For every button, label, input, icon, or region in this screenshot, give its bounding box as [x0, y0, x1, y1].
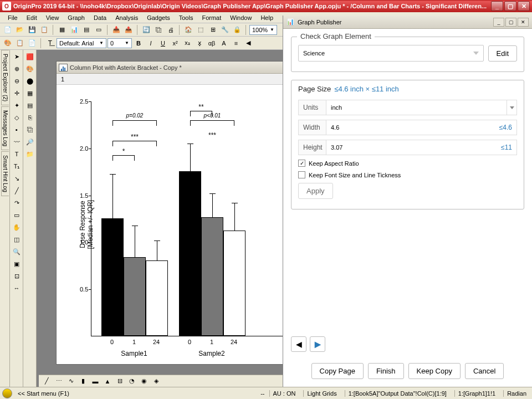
mask-icon[interactable]: ▪	[11, 124, 22, 135]
start-menu-hint[interactable]: << Start menu (F1)	[18, 390, 69, 397]
screen-reader-icon[interactable]: ✦	[11, 100, 22, 111]
pointer-icon[interactable]: ➤	[11, 51, 22, 62]
scale-out-icon[interactable]: ⊖	[11, 75, 22, 86]
scatter-plot-icon[interactable]: ⋯	[53, 376, 64, 387]
journal-select[interactable]: Science	[298, 45, 484, 62]
import-icon[interactable]: 📥	[111, 24, 122, 35]
folder-icon[interactable]: 📁	[24, 149, 35, 160]
print-icon[interactable]: 🖨	[165, 24, 176, 35]
gp-close-button[interactable]: ✕	[518, 18, 529, 27]
rescale-icon[interactable]: ↔︎	[11, 283, 22, 294]
superscript-icon[interactable]: x²	[170, 38, 181, 49]
menu-data[interactable]: Data	[89, 13, 111, 22]
bar-plot-icon[interactable]: ▬	[90, 376, 101, 387]
menu-help[interactable]: Help	[256, 13, 278, 22]
menu-edit[interactable]: Edit	[22, 13, 42, 22]
hand-tool-icon[interactable]: ✋	[11, 222, 22, 233]
pie-plot-icon[interactable]: ◔	[126, 376, 137, 387]
close-button[interactable]: ✕	[518, 1, 530, 11]
width-input[interactable]: 4.6≤4.6	[326, 120, 517, 135]
fontsize-combo[interactable]: 0▼	[108, 38, 132, 48]
underline-icon[interactable]: U	[157, 38, 168, 49]
text-tool-icon[interactable]: T	[11, 149, 22, 160]
bar[interactable]	[124, 257, 146, 336]
menu-view[interactable]: View	[42, 13, 64, 22]
tool-icon[interactable]: 🔧	[219, 24, 231, 35]
maximize-button[interactable]: ▢	[504, 1, 516, 11]
bar[interactable]	[179, 171, 201, 336]
add-column-icon[interactable]: ⊞	[207, 24, 218, 35]
align-left-icon[interactable]: ≡	[231, 38, 242, 49]
column-plot-icon[interactable]: ▮	[78, 376, 89, 387]
font-combo[interactable]: Default: Arial▼	[57, 38, 106, 48]
line-tool-icon[interactable]: ╱	[11, 185, 22, 196]
curved-arrow-icon[interactable]: ↷	[11, 197, 22, 208]
save-icon[interactable]: 💾	[27, 24, 38, 35]
menu-format[interactable]: Format	[197, 13, 226, 22]
finish-button[interactable]: Finish	[368, 363, 404, 379]
menu-file[interactable]: File	[3, 13, 22, 22]
new-layout-icon[interactable]: ▭	[93, 24, 104, 35]
new-graph-icon[interactable]: 📊	[69, 24, 80, 35]
edit-button[interactable]: Edit	[488, 45, 517, 62]
export-icon[interactable]: 📤	[123, 24, 134, 35]
units-caret[interactable]	[507, 100, 517, 115]
height-input[interactable]: 3.07≤11	[326, 140, 517, 155]
subscript-icon[interactable]: x₂	[182, 38, 193, 49]
home-icon[interactable]: 🏠	[183, 24, 194, 35]
line-plot-icon[interactable]: ╱	[41, 376, 52, 387]
project-explorer-tab[interactable]: Project Explorer (2)	[1, 50, 9, 105]
italic-icon[interactable]: I	[145, 38, 156, 49]
box-plot-icon[interactable]: ⊟	[114, 376, 125, 387]
data-selector-icon[interactable]: ◇	[11, 112, 22, 123]
dialog-theme-icon[interactable]: ⬚	[195, 24, 206, 35]
font-normal-icon[interactable]: A	[218, 38, 229, 49]
region-icon[interactable]: ◫	[11, 234, 22, 245]
new-worksheet-icon[interactable]: ▦	[57, 24, 68, 35]
menu-gadgets[interactable]: Gadgets	[142, 13, 175, 22]
color-dropper-icon[interactable]: 🟥	[24, 51, 35, 62]
zoom-tool-icon[interactable]: 🔍	[11, 246, 22, 257]
gp-maximize-button[interactable]: ▢	[505, 18, 516, 27]
gp-minimize-button[interactable]: _	[493, 18, 504, 27]
graph-publisher-title-bar[interactable]: 📊 Graph Publisher _ ▢ ✕	[283, 16, 532, 29]
line-scatter-icon[interactable]: ∿	[65, 376, 76, 387]
new-matrix-icon[interactable]: ▤	[81, 24, 92, 35]
units-select[interactable]: inch	[326, 100, 507, 115]
rectangle-icon[interactable]: ▭	[11, 209, 22, 221]
keep-copy-button[interactable]: Keep Copy	[408, 363, 461, 379]
bold-icon[interactable]: B	[133, 38, 144, 49]
draw-data-icon[interactable]: 〰	[11, 136, 22, 147]
menu-graph[interactable]: Graph	[63, 13, 89, 22]
arrow-tool-icon[interactable]: ↘	[11, 173, 22, 184]
duplicate-icon[interactable]: ⿻	[153, 24, 164, 35]
prev-button[interactable]: ◀	[291, 336, 306, 352]
find-icon[interactable]: 🔎	[24, 136, 35, 147]
area-plot-icon[interactable]: ▲	[102, 376, 113, 387]
menu-analysis[interactable]: Analysis	[111, 13, 142, 22]
next-button[interactable]: ▶	[310, 336, 325, 352]
smart-hint-tab[interactable]: Smart Hint Log	[1, 151, 9, 196]
bar[interactable]	[201, 217, 223, 336]
insert-object-icon[interactable]: ⊡	[11, 270, 22, 282]
greek-icon[interactable]: αβ	[206, 38, 217, 49]
zoom-combo[interactable]: 100%▼	[249, 25, 277, 35]
messages-log-tab[interactable]: Messages Log	[1, 106, 9, 150]
refresh-icon[interactable]: 🔄	[141, 24, 152, 35]
insert-graph-icon[interactable]: ▣	[11, 258, 22, 269]
copy-page-button[interactable]: Copy Page	[311, 363, 364, 379]
panel-icon[interactable]: ▤	[24, 100, 35, 111]
scale-in-icon[interactable]: ⊕	[11, 63, 22, 74]
bar[interactable]	[101, 218, 124, 336]
lock-icon[interactable]: 🔒	[232, 24, 243, 35]
merge-icon[interactable]: ⿻	[24, 124, 35, 135]
3d-plot-icon[interactable]: ◈	[151, 376, 162, 387]
palette-icon[interactable]: 🎨	[24, 63, 35, 74]
new-project-icon[interactable]: 📄	[2, 24, 13, 35]
apply-button[interactable]: Apply	[298, 183, 333, 199]
bar[interactable]	[223, 231, 245, 336]
reader-icon[interactable]: ✛	[11, 88, 22, 99]
open-icon[interactable]: 📂	[14, 24, 25, 35]
extract-icon[interactable]: ⎘	[24, 112, 35, 123]
decrease-indent-icon[interactable]: ◀	[243, 38, 254, 49]
